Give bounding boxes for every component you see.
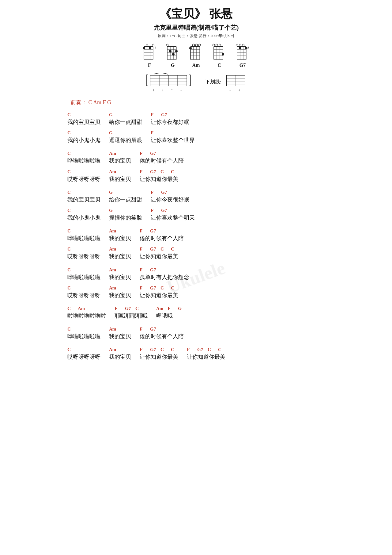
svg-point-49: [222, 53, 224, 56]
lyric-text: 让你知道你最美: [140, 353, 178, 361]
lyric-line-10: CAm啦啦啦啦啦啦啦FG7C耶哦耶耶耶哦AmFG喔哦哦: [67, 306, 325, 320]
lyric-text: 哎呀呀呀呀呀: [67, 253, 100, 260]
chord-symbol: C: [160, 169, 167, 175]
chord-symbol: C: [67, 347, 74, 353]
lyric-text: 倦的时候有个人陪: [140, 333, 184, 340]
chord-symbol: C: [160, 247, 167, 253]
chord-row: AmFG: [156, 306, 184, 312]
lyric-group-7-1: Am我的宝贝: [109, 247, 131, 260]
lyric-group-8-2: FG7孤单时有人把你想念: [140, 267, 189, 281]
chord-row: Am: [109, 327, 131, 333]
lyric-group-11-2: FG7倦的时候有个人陪: [140, 327, 184, 340]
svg-text:1: 1: [248, 46, 249, 49]
chord-row: CAm: [67, 306, 106, 312]
svg-text:↓: ↓: [229, 87, 231, 92]
chord-row: G: [109, 130, 142, 136]
lyric-line-7: C哎呀呀呀呀呀Am我的宝贝FG7CC让你知道你最美: [67, 247, 325, 260]
chord-row: Am: [109, 169, 131, 175]
chord-symbol: C: [67, 306, 74, 312]
chord-symbol: G7: [150, 247, 156, 253]
chord-am: Am: [188, 44, 204, 68]
chord-symbol: C: [67, 130, 74, 136]
lyric-text: 我的宝贝: [109, 253, 131, 260]
chord-row: Am: [109, 267, 131, 274]
chord-symbol: G: [109, 130, 115, 136]
lyric-text: 我的宝贝: [109, 292, 131, 299]
chord-symbol: G7: [150, 228, 156, 235]
lyric-line-9: C哎呀呀呀呀呀Am我的宝贝FG7CC让你知道你最美: [67, 285, 325, 299]
lyric-text: 倦的时候有个人陪: [140, 157, 184, 165]
lyric-text: 我的宝贝: [109, 157, 131, 165]
chord-symbol: Am: [156, 306, 163, 312]
chord-row: C: [67, 347, 100, 353]
chord-symbol: Am: [109, 247, 116, 253]
chord-diagrams: 2 F G: [67, 44, 325, 68]
lyric-group-11-1: Am我的宝贝: [109, 327, 131, 340]
lyric-line-4: C我的宝贝宝贝G给你一点甜甜FG7让你今夜很好眠: [67, 190, 325, 204]
svg-text:↓: ↓: [162, 87, 164, 92]
lyric-text: 我的小鬼小鬼: [67, 214, 100, 222]
svg-point-38: [196, 44, 198, 46]
chord-row: C: [67, 151, 100, 157]
chord-symbol: Am: [109, 347, 116, 353]
svg-point-11: [146, 44, 148, 46]
chord-symbol: F: [140, 169, 146, 175]
chord-symbol: F: [140, 327, 146, 333]
chord-row: FG7: [151, 112, 189, 118]
lyric-text: 让你喜欢整个世界: [151, 136, 195, 144]
chord-row: FG7CC: [187, 347, 225, 353]
lyric-text: 捏捏你的笑脸: [109, 214, 142, 222]
chord-row: C: [67, 130, 100, 136]
chord-g7: 1 G7: [235, 44, 251, 68]
lyric-group-12-3: FG7CC让你知道你最美: [187, 347, 225, 361]
subtitle: 尤克里里弹唱谱(制谱/喵了个艺): [67, 24, 325, 32]
lyric-group-5-0: C我的小鬼小鬼: [67, 208, 100, 222]
lyric-line-6: C哗啦啦啦啦啦Am我的宝贝FG7倦的时候有个人陪: [67, 228, 325, 242]
lyric-group-0-2: FG7让你今夜都好眠: [151, 112, 189, 126]
chord-symbol: Am: [109, 327, 116, 333]
chord-symbol: F: [168, 306, 174, 312]
chord-symbol: G7: [150, 169, 156, 175]
lyric-group-7-2: FG7CC让你知道你最美: [140, 247, 178, 260]
lyric-group-6-1: Am我的宝贝: [109, 228, 131, 242]
page-title: 《宝贝》 张悬: [67, 6, 325, 22]
lyric-text: 我的小鬼小鬼: [67, 136, 100, 144]
lyric-group-8-1: Am我的宝贝: [109, 267, 131, 281]
lyric-text: 让你知道你最美: [140, 292, 178, 299]
lyric-group-2-1: Am我的宝贝: [109, 151, 131, 165]
chord-row: C: [67, 327, 100, 333]
svg-point-26: [166, 44, 168, 46]
chord-symbol: C: [67, 228, 74, 235]
chord-row: FG7CC: [140, 247, 178, 253]
chord-f: 2 F: [141, 44, 157, 68]
lyric-line-5: C我的小鬼小鬼G捏捏你的笑脸FG7让你喜欢整个明天: [67, 208, 325, 222]
chord-symbol: C: [67, 267, 74, 274]
chord-f-label: F: [148, 63, 151, 68]
chord-row: G: [109, 112, 142, 118]
chord-symbol: C: [160, 347, 167, 353]
lyric-group-8-0: C哗啦啦啦啦啦: [67, 267, 100, 281]
chord-row: C: [67, 208, 100, 214]
svg-point-25: [175, 50, 178, 52]
svg-point-37: [193, 44, 195, 46]
lyric-group-3-2: FG7CC让你知道你最美: [140, 169, 178, 183]
lyric-text: 哎呀呀呀呀呀: [67, 292, 100, 299]
lyric-group-3-1: Am我的宝贝: [109, 169, 131, 183]
chord-symbol: F: [140, 151, 146, 157]
chord-row: FG7: [140, 327, 184, 333]
chord-symbol: C: [67, 151, 74, 157]
chord-symbol: C: [67, 169, 74, 175]
chord-symbol: C: [67, 208, 74, 214]
chord-row: FG7CC: [140, 285, 178, 292]
svg-point-12: [152, 44, 154, 46]
chord-symbol: G7: [161, 208, 167, 214]
svg-point-65: [242, 44, 244, 46]
lyric-text: 我的宝贝: [109, 333, 131, 340]
chord-c-label: C: [217, 63, 221, 68]
chord-row: F: [151, 130, 195, 136]
lyric-text: 耶哦耶耶耶哦: [115, 312, 148, 320]
chord-symbol: Am: [78, 306, 85, 312]
chord-symbol: G: [178, 306, 184, 312]
svg-point-51: [216, 44, 218, 46]
chord-symbol: F: [140, 285, 146, 292]
